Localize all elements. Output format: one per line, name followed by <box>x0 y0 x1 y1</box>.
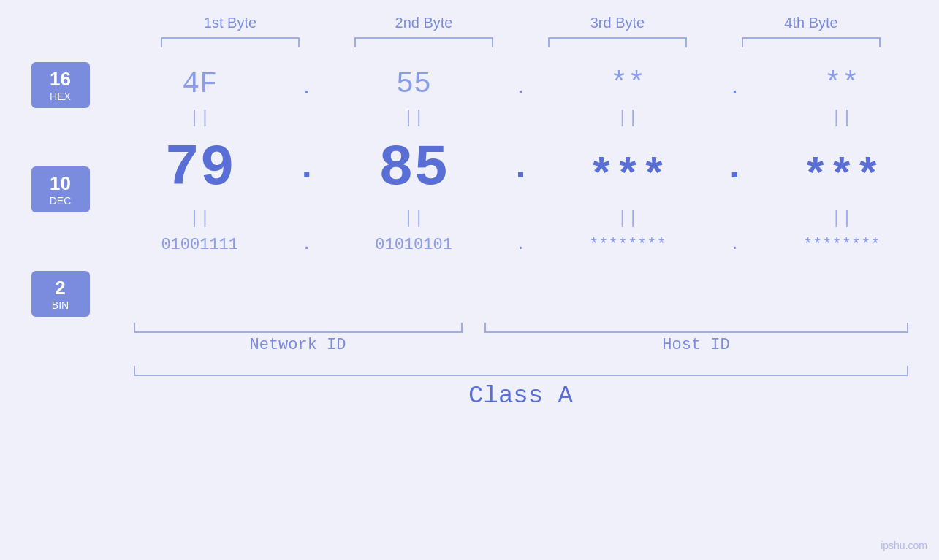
eq1-b1: || <box>119 108 280 128</box>
class-label-row: Class A <box>134 376 908 410</box>
hex-badge: 16 HEX <box>31 62 90 108</box>
eq1-b2: || <box>333 108 494 128</box>
bottom-bracket-area: Network ID Host ID <box>134 323 908 354</box>
bracket-byte2 <box>354 37 493 47</box>
host-bracket <box>484 323 908 333</box>
byte1-label: 1st Byte <box>150 15 311 31</box>
dec-name: DEC <box>42 195 80 207</box>
bin-row: 01001111 . 01010101 . ******** . *******… <box>112 230 930 260</box>
dec-b3: *** <box>547 152 708 202</box>
byte3-label: 3rd Byte <box>537 15 698 31</box>
dot-sep-dec-3: . <box>723 147 745 188</box>
equals-row-2: || || || || <box>112 207 930 230</box>
full-bracket-row <box>134 366 908 376</box>
hex-b4: ** <box>761 68 922 101</box>
byte-headers: 1st Byte 2nd Byte 3rd Byte 4th Byte <box>134 15 908 31</box>
bin-name: BIN <box>42 299 80 311</box>
eq1-b4: || <box>761 108 922 128</box>
bin-b4: ******** <box>761 236 922 254</box>
dec-b1: 79 <box>119 135 280 202</box>
bracket-byte3 <box>548 37 687 47</box>
dot-sep-hex-3: . <box>723 77 745 99</box>
equals-row-1: || || || || <box>112 107 930 129</box>
dot-sep-bin-3: . <box>723 236 745 254</box>
dot-sep-hex-2: . <box>509 77 531 99</box>
label-column: 16 HEX 10 DEC 2 BIN <box>9 62 112 317</box>
bottom-labels: Network ID Host ID <box>134 336 908 354</box>
bin-badge: 2 BIN <box>31 271 90 317</box>
main-container: 1st Byte 2nd Byte 3rd Byte 4th Byte 16 H… <box>0 0 939 560</box>
dec-b4: *** <box>761 152 922 202</box>
bin-number: 2 <box>42 277 80 299</box>
hex-b1: 4F <box>119 68 280 101</box>
dot-sep-bin-1: . <box>296 236 318 254</box>
bracket-byte4 <box>742 37 881 47</box>
hex-number: 16 <box>42 68 80 91</box>
bottom-brackets <box>134 323 908 333</box>
dot-sep-dec-1: . <box>296 147 318 188</box>
bin-b1: 01001111 <box>119 236 280 254</box>
class-label: Class A <box>468 382 573 410</box>
dot-sep-hex-1: . <box>296 77 318 99</box>
eq1-b3: || <box>547 108 708 128</box>
dec-row: 79 . 85 . *** . *** <box>112 129 930 202</box>
hex-b2: 55 <box>333 68 494 101</box>
dot-sep-dec-2: . <box>509 147 531 188</box>
host-id-label: Host ID <box>484 336 908 354</box>
full-bracket <box>134 366 908 376</box>
top-brackets <box>134 37 908 47</box>
eq2-b4: || <box>761 209 922 229</box>
network-bracket <box>134 323 463 333</box>
dec-number: 10 <box>42 172 80 195</box>
network-id-label: Network ID <box>134 336 463 354</box>
data-area: 4F . 55 . ** . ** || || <box>112 62 930 317</box>
watermark: ipshu.com <box>881 540 927 551</box>
hex-b3: ** <box>547 68 708 101</box>
hex-name: HEX <box>42 91 80 102</box>
byte2-label: 2nd Byte <box>343 15 504 31</box>
dot-sep-bin-2: . <box>509 236 531 254</box>
hex-row: 4F . 55 . ** . ** <box>112 62 930 107</box>
bin-b3: ******** <box>547 236 708 254</box>
byte4-label: 4th Byte <box>731 15 892 31</box>
dec-badge: 10 DEC <box>31 166 90 212</box>
bracket-byte1 <box>161 37 300 47</box>
eq2-b1: || <box>119 209 280 229</box>
dec-b2: 85 <box>333 135 494 202</box>
eq2-b2: || <box>333 209 494 229</box>
eq2-b3: || <box>547 209 708 229</box>
bin-b2: 01010101 <box>333 236 494 254</box>
main-grid: 16 HEX 10 DEC 2 BIN 4F . 55 <box>9 62 930 317</box>
